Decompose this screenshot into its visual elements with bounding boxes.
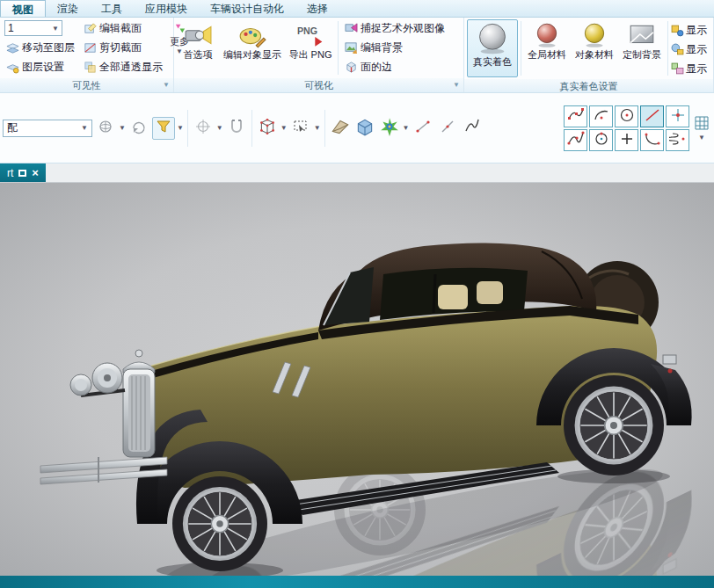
box-solid-button[interactable] xyxy=(353,117,376,140)
helix-icon xyxy=(669,130,687,150)
group-dialog-launcher-icon[interactable]: ▼ xyxy=(163,78,170,92)
separator xyxy=(338,21,339,75)
circle-point-button[interactable] xyxy=(589,129,613,151)
edit-background-button[interactable]: 编辑背景 xyxy=(341,39,454,57)
viewport-canvas[interactable] xyxy=(0,183,714,576)
group-label-visibility[interactable]: 可见性 ▼ xyxy=(0,78,173,92)
chevron-down-icon: ▼ xyxy=(52,25,59,33)
orient-view-button[interactable] xyxy=(94,117,117,140)
wedge-solid-button[interactable] xyxy=(329,117,352,140)
display-toggle-icon xyxy=(671,43,684,56)
close-icon[interactable]: × xyxy=(32,167,39,178)
object-material-icon xyxy=(580,22,608,48)
graphics-viewport[interactable] xyxy=(0,183,714,576)
move-to-layer-button[interactable]: 移动至图层 xyxy=(3,39,78,57)
group-label-true-shading-settings[interactable]: 真实着色设置 xyxy=(464,79,713,92)
select-rectangle-icon xyxy=(292,118,310,138)
circle-button[interactable] xyxy=(615,105,638,127)
custom-background-button[interactable]: 定制背景 xyxy=(619,19,665,77)
show-all-translucent-button[interactable]: 全部通透显示 xyxy=(80,58,164,76)
menu-tab-vehicle-design-automation[interactable]: 车辆设计自动化 xyxy=(199,0,295,17)
select-rectangle-button[interactable] xyxy=(289,117,312,140)
chevron-down-icon: ▼ xyxy=(698,134,705,142)
type-filter-combo[interactable]: 配 ▼ xyxy=(3,120,92,137)
display-option-2[interactable]: 显示 xyxy=(671,40,710,58)
menu-bar: 视图 渲染 工具 应用模块 车辆设计自动化 选择 xyxy=(0,0,714,18)
edit-section-button[interactable]: 编辑截面 xyxy=(80,19,164,38)
global-material-button[interactable]: 全局材料 xyxy=(524,19,570,77)
clip-section-button[interactable]: 剪切截面 xyxy=(80,39,164,57)
group-label-visualization[interactable]: 可视化 ▼ xyxy=(174,78,463,92)
object-material-button[interactable]: 对象材料 xyxy=(572,19,617,77)
measure-line-icon xyxy=(414,118,432,138)
chevron-down-icon[interactable]: ▼ xyxy=(314,124,321,132)
menu-tab-view[interactable]: 视图 xyxy=(0,0,46,17)
layer-settings-icon xyxy=(6,61,19,74)
quick-pick-button[interactable] xyxy=(378,117,401,140)
true-shading-button[interactable]: 真实着色 xyxy=(467,19,518,77)
button-label: 捕捉艺术外观图像 xyxy=(361,21,445,36)
button-label: 导出 PNG xyxy=(289,49,332,60)
spline-button[interactable] xyxy=(564,129,587,151)
group-dialog-launcher-icon[interactable]: ▼ xyxy=(453,78,460,92)
global-material-icon xyxy=(533,22,561,48)
preferences-button[interactable]: 首选项 xyxy=(177,19,219,76)
menu-tab-selection[interactable]: 选择 xyxy=(295,0,339,17)
chevron-down-icon[interactable]: ▼ xyxy=(216,124,223,132)
status-bar xyxy=(0,576,714,588)
curve-tools-more-button[interactable]: ▼ xyxy=(692,106,711,150)
line-button[interactable] xyxy=(640,105,664,127)
clip-section-icon xyxy=(84,41,97,54)
measure-line2-button[interactable] xyxy=(436,117,459,140)
layer-settings-button[interactable]: 图层设置 xyxy=(3,58,78,76)
menu-tab-render[interactable]: 渲染 xyxy=(46,0,90,17)
separator xyxy=(187,110,188,147)
measure-line2-icon xyxy=(439,118,456,138)
point-button[interactable] xyxy=(666,105,689,127)
selection-filter-button[interactable] xyxy=(152,117,175,140)
window-icon[interactable] xyxy=(18,170,26,177)
edit-object-display-button[interactable]: 编辑对象显示 xyxy=(221,19,284,76)
helix-button[interactable] xyxy=(666,129,689,151)
chevron-down-icon[interactable]: ▼ xyxy=(119,124,126,132)
button-label: 全局材料 xyxy=(528,49,566,60)
chevron-down-icon: ▼ xyxy=(81,124,88,132)
measure-line-button[interactable] xyxy=(412,117,434,140)
layer-combo[interactable]: 1 ▼ xyxy=(4,20,62,36)
studio-spline-button[interactable] xyxy=(564,105,587,127)
chevron-down-icon[interactable]: ▼ xyxy=(280,124,288,132)
wireframe-cube-icon xyxy=(258,117,277,139)
chevron-down-icon[interactable]: ▼ xyxy=(403,124,410,132)
separator xyxy=(324,110,325,147)
button-label: 真实着色 xyxy=(473,56,512,67)
display-option-3[interactable]: 显示 xyxy=(671,60,710,77)
layer-combo-value: 1 xyxy=(8,22,14,34)
capture-art-image-button[interactable]: 捕捉艺术外观图像 xyxy=(341,19,454,38)
menu-tab-application-modules[interactable]: 应用模块 xyxy=(134,0,199,17)
chevron-down-icon[interactable]: ▼ xyxy=(177,124,184,132)
ribbon-group-visualization: 首选项 编辑对象显示 PNG 导出 PNG 捕捉艺术外观图像 xyxy=(174,18,464,92)
button-label: 剪切截面 xyxy=(99,40,142,55)
rotate-view-button[interactable] xyxy=(128,117,150,140)
ribbon-group-true-shading: 真实着色 全局材料 对象材料 定制背景 xyxy=(464,18,714,92)
magnet-button[interactable] xyxy=(225,117,248,140)
display-option-1[interactable]: 显示 xyxy=(671,21,710,39)
svg-text:PNG: PNG xyxy=(297,25,317,36)
display-toggle-icon xyxy=(671,24,684,37)
curve-button[interactable] xyxy=(461,117,484,140)
button-label: 对象材料 xyxy=(575,49,614,60)
export-png-icon: PNG xyxy=(296,22,324,48)
button-label: 全部通透显示 xyxy=(99,60,163,75)
wireframe-cube-button[interactable] xyxy=(256,117,279,140)
arc-point-button[interactable] xyxy=(640,129,664,151)
arc-point-icon xyxy=(644,130,661,150)
snap-point-button[interactable] xyxy=(192,117,215,140)
export-png-button[interactable]: PNG 导出 PNG xyxy=(286,19,335,76)
part-tab[interactable]: rt × xyxy=(0,163,46,182)
plus-button[interactable] xyxy=(615,129,638,151)
capture-art-image-icon xyxy=(345,22,358,35)
menu-tab-tools[interactable]: 工具 xyxy=(90,0,134,17)
curve-tools-cluster: ▼ xyxy=(564,105,711,151)
arc-button[interactable] xyxy=(589,105,613,127)
face-edges-button[interactable]: 面的边 xyxy=(341,58,454,76)
